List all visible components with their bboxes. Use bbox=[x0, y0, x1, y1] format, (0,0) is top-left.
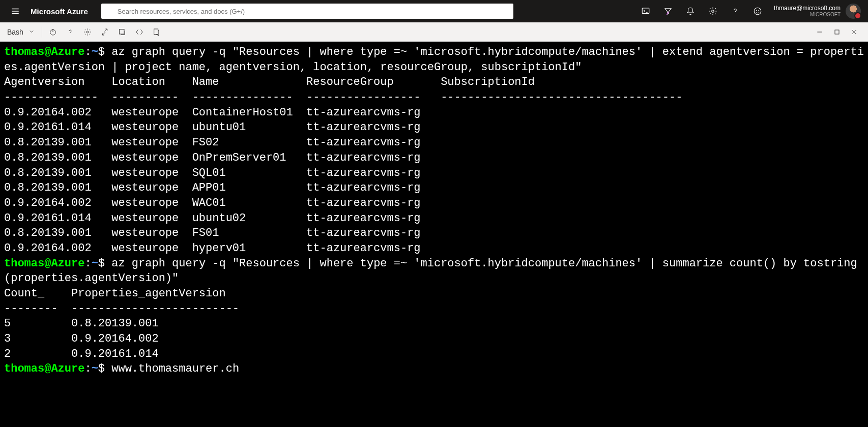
brand-label: Microsoft Azure bbox=[26, 7, 96, 16]
minimize-button[interactable] bbox=[811, 23, 828, 41]
shell-selector[interactable]: Bash bbox=[5, 28, 40, 36]
help-cloudshell-button[interactable] bbox=[62, 23, 79, 41]
terminal-output[interactable]: thomas@Azure:~$ az graph query -q "Resou… bbox=[0, 42, 868, 380]
svg-point-4 bbox=[754, 8, 761, 15]
editor-button[interactable] bbox=[131, 23, 148, 41]
settings-button[interactable] bbox=[702, 0, 724, 22]
svg-point-6 bbox=[759, 10, 759, 11]
global-search[interactable] bbox=[101, 4, 513, 19]
user-account[interactable]: thmaure@microsoft.com MICROSOFT bbox=[769, 5, 846, 17]
feedback-button[interactable] bbox=[746, 0, 769, 22]
top-icon-bar: thmaure@microsoft.com MICROSOFT bbox=[634, 0, 864, 22]
svg-point-9 bbox=[86, 31, 89, 33]
settings-cloudshell-button[interactable] bbox=[79, 23, 96, 41]
maximize-button[interactable] bbox=[828, 23, 846, 41]
upload-download-button[interactable] bbox=[96, 23, 113, 41]
svg-point-5 bbox=[756, 10, 757, 11]
user-email: thmaure@microsoft.com bbox=[774, 5, 841, 12]
cloud-shell-button[interactable] bbox=[634, 0, 657, 22]
svg-point-3 bbox=[712, 10, 714, 13]
azure-top-bar: Microsoft Azure thmaure@microsoft.com MI… bbox=[0, 0, 868, 22]
hamburger-icon bbox=[11, 7, 20, 16]
shell-name: Bash bbox=[7, 28, 23, 36]
svg-rect-11 bbox=[154, 29, 158, 35]
cloudshell-toolbar: Bash bbox=[0, 22, 868, 42]
restart-button[interactable] bbox=[44, 23, 62, 41]
new-session-button[interactable] bbox=[113, 23, 131, 41]
user-tenant: MICROSOFT bbox=[810, 12, 841, 17]
avatar[interactable] bbox=[846, 4, 861, 19]
separator bbox=[42, 26, 42, 38]
directory-filter-button[interactable] bbox=[657, 0, 679, 22]
svg-rect-2 bbox=[642, 8, 649, 14]
chevron-down-icon bbox=[28, 28, 35, 36]
search-input[interactable] bbox=[101, 4, 513, 19]
svg-rect-10 bbox=[120, 29, 124, 34]
close-button[interactable] bbox=[846, 23, 863, 41]
menu-button[interactable] bbox=[4, 0, 26, 22]
web-preview-button[interactable] bbox=[148, 23, 165, 41]
help-button[interactable] bbox=[724, 0, 746, 22]
svg-rect-13 bbox=[835, 30, 839, 34]
notifications-button[interactable] bbox=[679, 0, 702, 22]
